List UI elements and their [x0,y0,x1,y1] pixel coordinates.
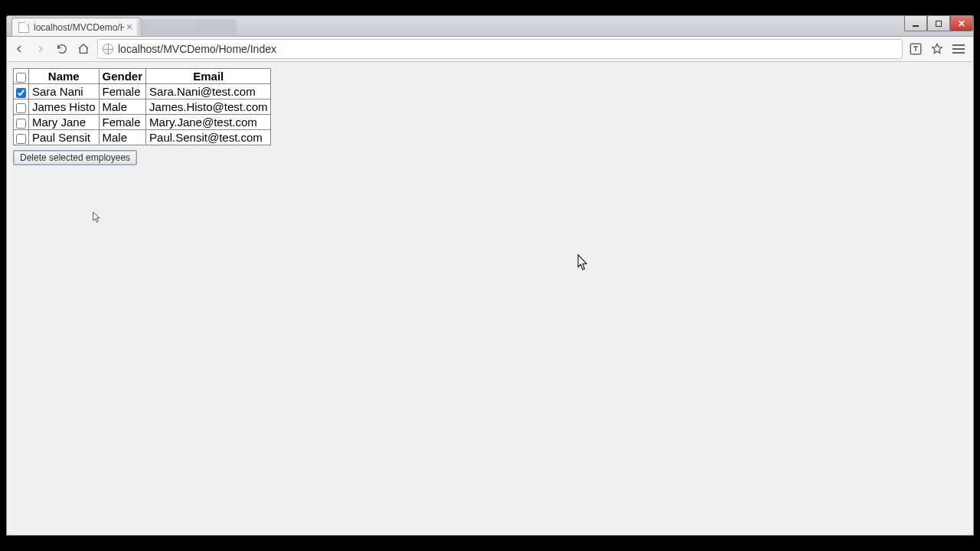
cell-name: Sara Nani [29,84,100,99]
employees-table: Name Gender Email Sara Nani Female Sara.… [13,68,271,145]
cell-name: James Histo [29,99,100,115]
row-checkbox[interactable] [16,103,26,113]
maximize-button[interactable] [927,16,950,31]
cell-name: Paul Sensit [29,130,100,145]
forward-button[interactable] [33,41,48,57]
cell-gender: Female [99,84,146,99]
url-text: localhost/MVCDemo/Home/Index [118,43,276,55]
cell-gender: Female [99,115,146,130]
background-tab[interactable] [137,19,237,36]
address-bar[interactable]: localhost/MVCDemo/Home/Index [97,39,903,59]
cell-gender: Male [99,130,146,145]
window-controls: ✕ [904,16,973,31]
home-button[interactable] [76,41,91,57]
row-checkbox[interactable] [16,134,26,144]
delete-selected-button[interactable]: Delete selected employees [13,150,137,165]
cell-email: Paul.Sensit@test.com [146,130,271,145]
close-window-button[interactable]: ✕ [950,16,973,31]
browser-tab[interactable]: localhost/MVCDemo/Hom × [11,18,142,36]
table-row: Mary Jane Female Mary.Jane@test.com [14,115,271,130]
page-content: Name Gender Email Sara Nani Female Sara.… [7,62,973,535]
table-header-row: Name Gender Email [14,69,271,84]
cell-email: James.Histo@test.com [146,99,271,115]
close-tab-icon[interactable]: × [124,22,135,33]
row-checkbox[interactable] [16,119,26,129]
table-row: Sara Nani Female Sara.Nani@test.com [14,84,271,99]
cell-email: Sara.Nani@test.com [146,84,271,99]
table-row: James Histo Male James.Histo@test.com [14,99,271,115]
cell-gender: Male [99,99,146,115]
tab-strip: localhost/MVCDemo/Hom × ✕ [7,16,973,37]
cell-name: Mary Jane [29,115,100,130]
menu-icon[interactable] [952,42,965,56]
browser-toolbar: localhost/MVCDemo/Home/Index [7,37,973,62]
header-name: Name [29,69,100,84]
cell-email: Mary.Jane@test.com [146,115,271,130]
bookmark-star-icon[interactable] [930,42,944,56]
minimize-button[interactable] [904,16,927,31]
reload-button[interactable] [54,41,70,57]
header-select-all [14,69,29,84]
back-button[interactable] [11,41,27,57]
page-icon [18,22,29,33]
globe-icon [103,44,113,54]
table-row: Paul Sensit Male Paul.Sensit@test.com [14,130,271,145]
browser-window: localhost/MVCDemo/Hom × ✕ [6,15,974,536]
select-all-checkbox[interactable] [16,73,26,83]
translate-icon[interactable] [909,42,923,56]
cursor-icon [93,211,103,228]
header-gender: Gender [99,69,146,84]
row-checkbox[interactable] [16,88,26,98]
tab-title: localhost/MVCDemo/Hom [34,22,124,33]
header-email: Email [146,69,271,84]
